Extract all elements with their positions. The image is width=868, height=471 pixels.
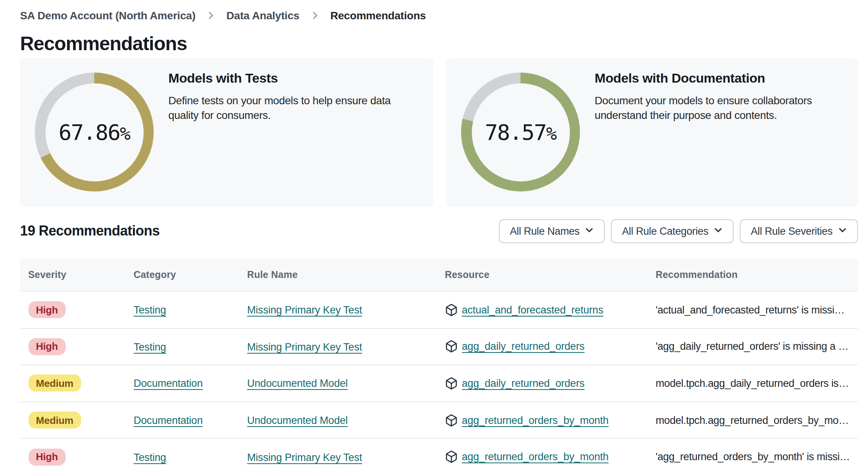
severity-badge: Medium <box>28 412 81 429</box>
card-title: Models with Documentation <box>595 71 836 86</box>
rule-severities-filter-dropdown[interactable]: All Rule Severities <box>740 219 858 243</box>
breadcrumb-item-account[interactable]: SA Demo Account (North America) <box>20 9 195 22</box>
cube-icon <box>445 377 458 390</box>
table-row: Medium Documentation Undocumented Model … <box>20 402 858 439</box>
breadcrumb-item-project[interactable]: Data Analytics <box>226 9 299 22</box>
resource-link[interactable]: agg_daily_returned_orders <box>462 341 585 352</box>
chevron-right-icon <box>310 11 319 20</box>
filter-bar: All Rule Names All Rule Categories All R… <box>499 219 858 243</box>
models-with-documentation-card: 78.57% Models with Documentation Documen… <box>446 58 858 207</box>
tests-percent-value: 67.86% <box>59 119 130 145</box>
cube-icon <box>445 450 458 463</box>
tests-donut-chart: 67.86% <box>20 58 168 207</box>
table-row: High Testing Missing Primary Key Test ac… <box>20 292 858 329</box>
resource-link[interactable]: agg_returned_orders_by_month <box>462 414 609 426</box>
rule-name-link[interactable]: Missing Primary Key Test <box>247 305 362 316</box>
column-header-rule-name: Rule Name <box>247 269 445 280</box>
table-row: Medium Documentation Undocumented Model … <box>20 365 858 402</box>
column-header-resource: Resource <box>445 269 656 280</box>
category-link[interactable]: Documentation <box>134 378 203 390</box>
column-header-category: Category <box>134 269 247 280</box>
table-row: High Testing Missing Primary Key Test ag… <box>20 439 858 471</box>
severity-badge: High <box>28 302 66 319</box>
table-row: High Testing Missing Primary Key Test ag… <box>20 329 858 365</box>
resource-link[interactable]: agg_returned_orders_by_month <box>462 451 609 463</box>
recommendations-count-heading: 19 Recommendations <box>20 223 159 239</box>
donut-ring: 78.57% <box>461 73 580 191</box>
list-toolbar: 19 Recommendations All Rule Names All Ru… <box>20 219 858 243</box>
filter-label: All Rule Severities <box>751 225 833 237</box>
rule-name-link[interactable]: Undocumented Model <box>247 378 348 390</box>
donut-hole: 67.86% <box>45 83 143 181</box>
chevron-down-icon <box>585 225 594 237</box>
summary-cards: 67.86% Models with Tests Define tests on… <box>20 58 858 207</box>
category-link[interactable]: Documentation <box>134 415 203 426</box>
category-link[interactable]: Testing <box>134 341 166 353</box>
donut-hole: 78.57% <box>471 83 570 181</box>
category-link[interactable]: Testing <box>134 305 166 316</box>
rule-name-link[interactable]: Missing Primary Key Test <box>247 341 362 353</box>
rule-names-filter-dropdown[interactable]: All Rule Names <box>499 219 605 243</box>
card-description: Define tests on your models to help ensu… <box>168 93 409 123</box>
cube-icon <box>445 413 458 427</box>
column-header-severity: Severity <box>28 269 134 280</box>
column-header-recommendation: Recommendation <box>656 269 850 280</box>
recommendation-text: 'agg_returned_orders_by_month' is missin… <box>656 451 850 463</box>
table-body: High Testing Missing Primary Key Test ac… <box>20 292 858 471</box>
rule-name-link[interactable]: Undocumented Model <box>247 415 348 426</box>
rule-name-link[interactable]: Missing Primary Key Test <box>247 451 362 463</box>
severity-badge: High <box>28 338 66 355</box>
table-header-row: Severity Category Rule Name Resource Rec… <box>20 259 858 292</box>
documentation-donut-chart: 78.57% <box>446 58 595 207</box>
recommendation-text: 'agg_daily_returned_orders' is missing a… <box>656 341 850 352</box>
models-with-tests-card: 67.86% Models with Tests Define tests on… <box>20 58 433 207</box>
resource-link[interactable]: agg_daily_returned_orders <box>462 378 585 389</box>
chevron-down-icon <box>838 225 847 237</box>
cube-icon <box>445 303 458 317</box>
cube-icon <box>445 340 458 353</box>
page-title: Recommendations <box>20 32 858 55</box>
documentation-percent-value: 78.57% <box>485 119 556 145</box>
recommendation-text: 'actual_and_forecasted_returns' is missi… <box>656 304 850 316</box>
resource-link[interactable]: actual_and_forecasted_returns <box>462 304 603 316</box>
donut-ring: 67.86% <box>35 73 154 191</box>
card-title: Models with Tests <box>168 71 409 86</box>
category-link[interactable]: Testing <box>134 451 166 463</box>
recommendation-text: model.tpch.agg_returned_orders_by_month … <box>656 414 850 426</box>
filter-label: All Rule Categories <box>622 225 709 237</box>
chevron-right-icon <box>206 11 215 20</box>
card-description: Document your models to ensure collabora… <box>595 93 836 123</box>
recommendation-text: model.tpch.agg_daily_returned_orders is … <box>656 378 850 389</box>
breadcrumb-item-current: Recommendations <box>330 9 426 22</box>
breadcrumb: SA Demo Account (North America) Data Ana… <box>20 9 858 22</box>
filter-label: All Rule Names <box>510 225 580 237</box>
severity-badge: High <box>28 448 66 465</box>
chevron-down-icon <box>714 225 723 237</box>
rule-categories-filter-dropdown[interactable]: All Rule Categories <box>611 219 734 243</box>
recommendations-page: SA Demo Account (North America) Data Ana… <box>0 0 868 471</box>
severity-badge: Medium <box>28 375 81 392</box>
recommendations-table: Severity Category Rule Name Resource Rec… <box>20 259 858 471</box>
